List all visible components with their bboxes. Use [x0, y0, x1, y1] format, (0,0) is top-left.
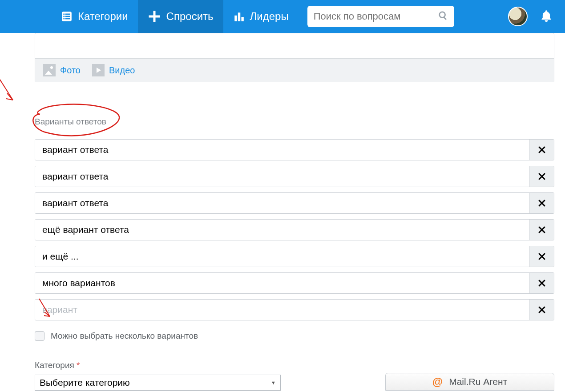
close-icon	[538, 279, 546, 287]
attach-video-button[interactable]: Видео	[92, 64, 135, 76]
plus-icon	[148, 10, 161, 23]
bar-chart-icon	[233, 11, 245, 22]
svg-rect-9	[234, 16, 237, 21]
answer-option-input[interactable]	[35, 193, 529, 213]
multi-select-row: Можно выбрать несколько вариантов	[35, 331, 554, 341]
svg-rect-2	[65, 14, 70, 15]
category-label: Категория *	[35, 360, 554, 370]
video-icon	[92, 64, 105, 76]
close-icon	[538, 199, 546, 207]
question-editor-card: Фото Видео	[35, 33, 554, 82]
nav-ask-label: Спросить	[166, 10, 214, 23]
nav-right	[508, 0, 565, 33]
photo-icon	[43, 64, 56, 76]
mail-agent-widget[interactable]: @ Mail.Ru Агент	[385, 373, 554, 391]
attach-photo-label: Фото	[60, 65, 81, 76]
svg-rect-6	[65, 18, 70, 20]
search-container	[307, 0, 454, 33]
delete-option-button[interactable]	[529, 166, 554, 187]
close-icon	[538, 226, 546, 234]
category-select[interactable]: Выберите категорию ▼	[35, 375, 281, 391]
answer-options-heading: Варианты ответов	[35, 117, 106, 127]
delete-option-button[interactable]	[529, 246, 554, 267]
chevron-down-icon: ▼	[271, 380, 276, 385]
multi-select-label: Можно выбрать несколько вариантов	[51, 331, 198, 341]
answer-option-input[interactable]	[35, 166, 529, 187]
answer-option-row	[35, 139, 554, 160]
nav-categories-label: Категории	[78, 10, 128, 23]
search-input[interactable]	[314, 11, 438, 22]
answer-option-input[interactable]	[35, 273, 529, 293]
delete-option-button[interactable]	[529, 300, 554, 320]
svg-rect-4	[65, 16, 70, 17]
bell-icon[interactable]	[540, 9, 553, 24]
delete-option-button[interactable]	[529, 140, 554, 160]
avatar[interactable]	[508, 7, 528, 26]
delete-option-button[interactable]	[529, 193, 554, 213]
nav-ask[interactable]: Спросить	[138, 0, 223, 33]
svg-rect-8	[149, 16, 160, 18]
svg-rect-1	[63, 14, 65, 15]
svg-rect-10	[238, 12, 240, 21]
answer-option-row	[35, 272, 554, 294]
question-editor-body[interactable]	[35, 33, 554, 58]
answer-option-row	[35, 246, 554, 267]
answer-option-input[interactable]	[35, 246, 529, 267]
multi-select-checkbox[interactable]	[35, 331, 44, 341]
answer-option-input[interactable]	[35, 220, 529, 240]
attach-photo-button[interactable]: Фото	[43, 64, 81, 76]
at-sign-icon: @	[432, 376, 443, 388]
svg-rect-5	[63, 18, 65, 20]
answer-option-row	[35, 192, 554, 214]
search-box[interactable]	[307, 6, 454, 27]
nav-leaders[interactable]: Лидеры	[223, 0, 299, 33]
list-icon	[61, 11, 73, 22]
delete-option-button[interactable]	[529, 220, 554, 240]
close-icon	[538, 306, 546, 314]
svg-rect-11	[241, 17, 243, 21]
search-icon[interactable]	[438, 11, 448, 22]
top-navbar: Категории Спросить Лидеры	[0, 0, 565, 33]
answer-option-input[interactable]	[35, 140, 529, 160]
close-icon	[538, 146, 546, 154]
mail-agent-label: Mail.Ru Агент	[449, 376, 507, 387]
category-select-value: Выберите категорию	[40, 377, 130, 388]
answer-option-row	[35, 219, 554, 240]
answer-option-row	[35, 166, 554, 187]
attach-video-label: Видео	[109, 65, 135, 76]
answer-options-list	[35, 139, 554, 320]
svg-rect-3	[63, 16, 65, 17]
close-icon	[538, 172, 546, 180]
nav-categories[interactable]: Категории	[51, 0, 138, 33]
svg-rect-13	[443, 17, 446, 20]
nav-leaders-label: Лидеры	[250, 10, 289, 23]
delete-option-button[interactable]	[529, 273, 554, 293]
answer-option-input[interactable]	[35, 300, 529, 320]
answer-option-row	[35, 299, 554, 320]
annotation-arrow-icon	[0, 49, 24, 111]
required-mark: *	[77, 360, 80, 370]
svg-point-12	[439, 12, 445, 18]
question-editor-toolbar: Фото Видео	[35, 58, 554, 82]
close-icon	[538, 252, 546, 260]
